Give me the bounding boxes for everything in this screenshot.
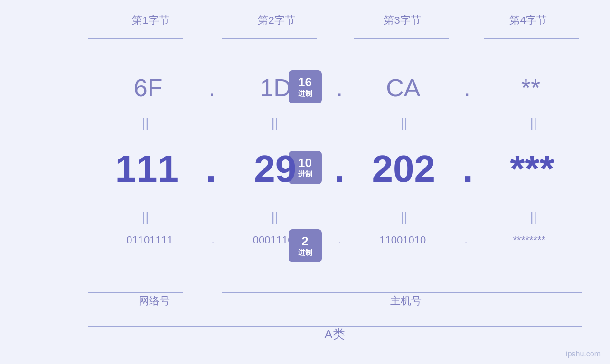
dec-row: 111 . 29 . 202 . *** [88,147,591,191]
dot-dec-1: . [206,147,216,191]
bracket-top-3 [354,38,449,39]
dec-b3: 202 [345,147,462,191]
hex-b2: 1D [216,74,336,102]
dot-hex-3: . [463,74,470,102]
dot-hex-2: . [336,74,343,102]
net-host-labels: 网络号 主机号 [88,294,591,308]
dec-b2: 29 [216,147,334,191]
bin-b1: 01101111 [88,234,211,246]
bracket-bottom-host [222,292,582,293]
hex-b3: CA [343,74,463,102]
host-label: 主机号 [221,294,591,308]
eq-1-b3: || [347,116,462,130]
hex-b4: ** [470,74,591,102]
col-header-4: 第4字节 [465,13,591,28]
bracket-bottom-net [88,292,183,293]
hex-b1: 6F [88,74,208,102]
watermark: ipshu.com [566,350,601,358]
col-header-2: 第2字节 [214,13,339,28]
bracket-top-2 [222,38,317,39]
class-label: A类 [88,326,582,343]
dec-b4: *** [473,147,591,191]
eq-2-b4: || [476,210,591,224]
dec-b1: 111 [88,147,206,191]
equals-row-2: || || || || [88,210,591,224]
network-label: 网络号 [88,294,221,308]
eq-1-b4: || [476,116,591,130]
eq-1-b1: || [88,116,203,130]
bin-row: 01101111 . 00011101 . 11001010 . *******… [88,234,591,246]
col-headers: 第1字节 第2字节 第3字节 第4字节 [88,13,591,28]
dot-hex-1: . [208,74,215,102]
bin-b2: 00011101 [215,234,338,246]
bracket-top-1 [88,38,183,39]
main-container: 第1字节 第2字节 第3字节 第4字节 16 进制 10 进制 2 进制 6F … [0,0,610,364]
eq-2-b2: || [217,210,333,224]
eq-2-b1: || [88,210,203,224]
col-header-3: 第3字节 [339,13,465,28]
bin-b3: 11001010 [341,234,464,246]
dot-dec-3: . [462,147,473,191]
dot-dec-2: . [334,147,345,191]
equals-row-1: || || || || [88,116,591,130]
eq-1-b2: || [217,116,333,130]
bracket-top-4 [484,38,579,39]
eq-2-b3: || [347,210,462,224]
bin-b4: ******** [468,234,591,246]
hex-row: 6F . 1D . CA . ** [88,74,591,102]
col-header-1: 第1字节 [88,13,214,28]
